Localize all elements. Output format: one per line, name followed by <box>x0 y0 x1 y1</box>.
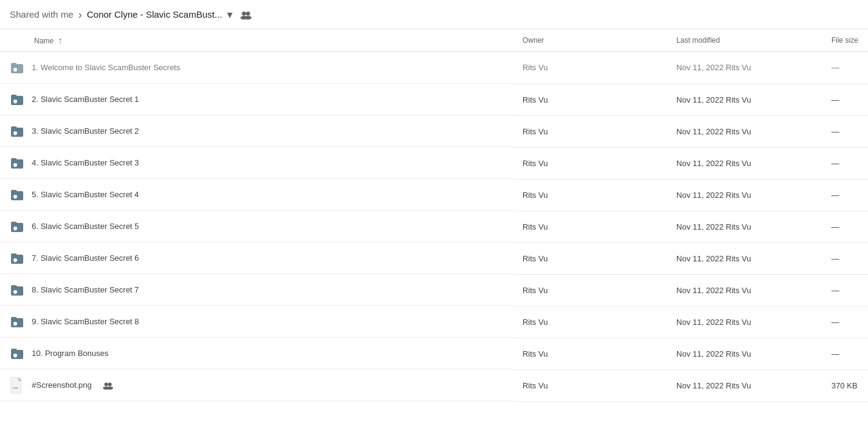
table-row[interactable]: 1. Welcome to Slavic ScamBuster SecretsR… <box>0 52 868 84</box>
table-row[interactable]: 2. Slavic ScamBuster Secret 1Rits VuNov … <box>0 84 868 115</box>
svg-point-3 <box>244 16 251 20</box>
breadcrumb-separator: › <box>78 9 82 20</box>
table-row[interactable]: 9. Slavic ScamBuster Secret 8Rits VuNov … <box>0 306 868 338</box>
shared-badge-icon <box>103 381 114 390</box>
folder-icon <box>10 93 24 106</box>
column-header-size[interactable]: File size <box>822 29 868 52</box>
table-header-row: Name ↑ Owner Last modified File size <box>0 29 868 52</box>
folder-icon <box>10 316 24 328</box>
folder-icon <box>10 252 24 264</box>
modified-cell: Nov 11, 2022 Rits Vu <box>667 147 822 179</box>
table-row[interactable]: 3. Slavic ScamBuster Secret 2Rits VuNov … <box>0 115 868 147</box>
file-name: 2. Slavic ScamBuster Secret 1 <box>32 95 139 104</box>
folder-icon <box>10 347 24 360</box>
column-header-owner[interactable]: Owner <box>513 29 667 52</box>
modified-cell: Nov 11, 2022 Rits Vu <box>667 242 822 274</box>
breadcrumb-dropdown-icon[interactable]: ▾ <box>227 8 233 21</box>
size-cell: — <box>822 52 868 84</box>
breadcrumb-parent-link[interactable]: Shared with me <box>10 9 73 20</box>
svg-text:PNG: PNG <box>13 387 18 390</box>
size-cell: — <box>822 211 868 242</box>
modified-cell: Nov 11, 2022 Rits Vu <box>667 338 822 369</box>
table-row[interactable]: 8. Slavic ScamBuster Secret 7Rits VuNov … <box>0 274 868 306</box>
modified-cell: Nov 11, 2022 Rits Vu <box>667 179 822 211</box>
file-name: #Screenshot.png <box>32 380 92 390</box>
file-name: 7. Slavic ScamBuster Secret 6 <box>32 253 139 263</box>
owner-cell: Rits Vu <box>513 84 667 115</box>
table-row[interactable]: 5. Slavic ScamBuster Secret 4Rits VuNov … <box>0 179 868 211</box>
size-cell: — <box>822 306 868 338</box>
size-cell: — <box>822 115 868 147</box>
modified-cell: Nov 11, 2022 Rits Vu <box>667 369 822 401</box>
shared-with-icon[interactable] <box>240 10 252 20</box>
table-row[interactable]: PNG #Screenshot.pngRits VuNov 11, 2022 R… <box>0 369 868 401</box>
breadcrumb-current-folder: Conor Clyne - Slavic ScamBust... <box>87 9 222 20</box>
owner-cell: Rits Vu <box>513 274 667 306</box>
folder-icon <box>10 284 24 296</box>
size-cell: — <box>822 274 868 306</box>
folder-icon <box>10 125 24 137</box>
svg-point-17 <box>108 382 112 386</box>
svg-point-19 <box>107 386 114 389</box>
file-name: 9. Slavic ScamBuster Secret 8 <box>32 317 139 326</box>
column-header-name[interactable]: Name ↑ <box>0 29 513 52</box>
owner-cell: Rits Vu <box>513 242 667 274</box>
svg-point-0 <box>242 12 246 16</box>
modified-cell: Nov 11, 2022 Rits Vu <box>667 52 822 84</box>
file-name: 5. Slavic ScamBuster Secret 4 <box>32 190 139 199</box>
folder-icon <box>10 220 24 233</box>
size-cell: — <box>822 338 868 369</box>
size-cell: — <box>822 84 868 115</box>
folder-icon <box>10 62 24 74</box>
owner-cell: Rits Vu <box>513 147 667 179</box>
column-header-modified[interactable]: Last modified <box>667 29 822 52</box>
file-table: Name ↑ Owner Last modified File size 1. … <box>0 29 868 402</box>
sort-icon: ↑ <box>58 35 62 45</box>
modified-cell: Nov 11, 2022 Rits Vu <box>667 84 822 115</box>
table-row[interactable]: 4. Slavic ScamBuster Secret 3Rits VuNov … <box>0 147 868 179</box>
breadcrumb: Shared with me › Conor Clyne - Slavic Sc… <box>0 0 868 29</box>
owner-cell: Rits Vu <box>513 306 667 338</box>
size-cell: — <box>822 179 868 211</box>
size-cell: — <box>822 147 868 179</box>
svg-point-1 <box>246 12 250 16</box>
size-cell: 370 KB <box>822 369 868 401</box>
owner-cell: Rits Vu <box>513 211 667 242</box>
file-name: 10. Program Bonuses <box>32 349 109 358</box>
owner-cell: Rits Vu <box>513 115 667 147</box>
file-name: 4. Slavic ScamBuster Secret 3 <box>32 158 139 167</box>
file-name: 3. Slavic ScamBuster Secret 2 <box>32 126 139 136</box>
table-row[interactable]: 10. Program BonusesRits VuNov 11, 2022 R… <box>0 338 868 369</box>
table-row[interactable]: 7. Slavic ScamBuster Secret 6Rits VuNov … <box>0 242 868 274</box>
size-cell: — <box>822 242 868 274</box>
modified-cell: Nov 11, 2022 Rits Vu <box>667 306 822 338</box>
owner-cell: Rits Vu <box>513 52 667 84</box>
svg-point-16 <box>104 382 108 386</box>
modified-cell: Nov 11, 2022 Rits Vu <box>667 115 822 147</box>
owner-cell: Rits Vu <box>513 179 667 211</box>
modified-cell: Nov 11, 2022 Rits Vu <box>667 274 822 306</box>
file-name: 8. Slavic ScamBuster Secret 7 <box>32 285 139 294</box>
folder-icon <box>10 157 24 169</box>
owner-cell: Rits Vu <box>513 338 667 369</box>
modified-cell: Nov 11, 2022 Rits Vu <box>667 211 822 242</box>
owner-cell: Rits Vu <box>513 369 667 401</box>
file-name: 6. Slavic ScamBuster Secret 5 <box>32 222 139 231</box>
table-row[interactable]: 6. Slavic ScamBuster Secret 5Rits VuNov … <box>0 211 868 242</box>
folder-icon <box>10 189 24 201</box>
file-icon: PNG <box>10 377 24 394</box>
file-name: 1. Welcome to Slavic ScamBuster Secrets <box>32 63 180 72</box>
